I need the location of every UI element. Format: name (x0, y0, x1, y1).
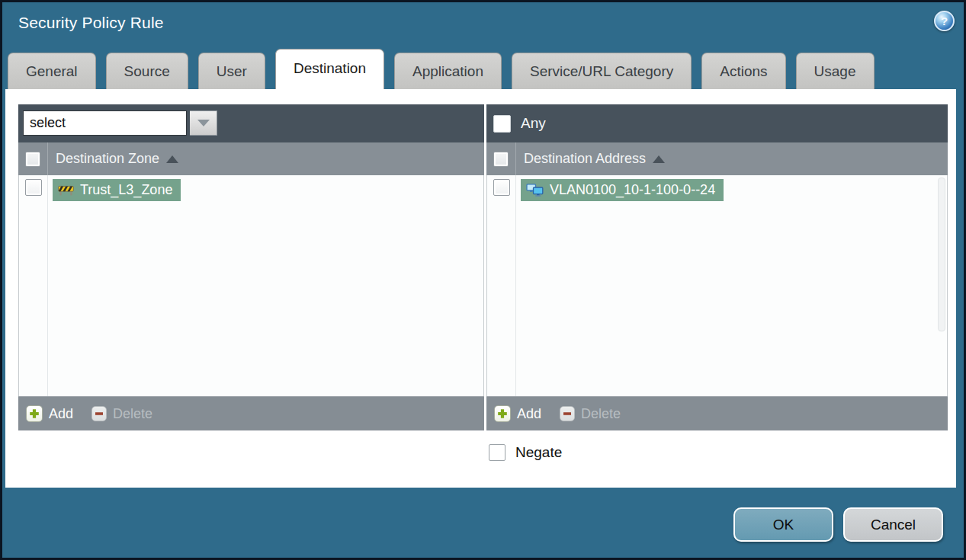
ok-button[interactable]: OK (733, 507, 833, 542)
zone-filter-dropdown-button[interactable] (190, 110, 217, 136)
negate-label: Negate (515, 444, 562, 461)
tab-general[interactable]: General (8, 53, 96, 89)
tab-user[interactable]: User (198, 53, 265, 89)
tab-actions[interactable]: Actions (701, 53, 785, 89)
zone-delete-label: Delete (113, 406, 152, 422)
address-delete-label: Delete (581, 406, 621, 422)
address-column-header[interactable]: Destination Address (524, 151, 646, 167)
negate-checkbox[interactable] (489, 444, 505, 461)
tab-service-url-category[interactable]: Service/URL Category (512, 53, 692, 89)
negate-row: Negate (489, 444, 562, 461)
zone-row[interactable]: Trust_L3_Zone (19, 175, 483, 206)
zone-column-header[interactable]: Destination Zone (56, 151, 159, 167)
zone-header-checkbox-cell (18, 142, 48, 175)
address-row-checkbox[interactable] (493, 179, 510, 196)
zone-add-button[interactable]: Add (26, 405, 73, 422)
tab-source[interactable]: Source (106, 53, 188, 89)
zone-list: Trust_L3_Zone (18, 175, 484, 396)
zone-icon (58, 184, 74, 196)
address-icon (526, 184, 544, 197)
zone-row-label: Trust_L3_Zone (80, 182, 172, 198)
zone-toolbar: Add Delete (18, 396, 484, 430)
tab-bar: General Source User Destination Applicat… (8, 49, 875, 89)
sort-asc-icon (166, 155, 178, 163)
tab-application[interactable]: Application (394, 53, 502, 89)
cancel-button[interactable]: Cancel (843, 507, 943, 542)
any-checkbox[interactable] (493, 115, 511, 133)
address-delete-button[interactable]: Delete (560, 406, 621, 422)
zone-delete-button[interactable]: Delete (91, 406, 152, 422)
destination-zone-panel: Destination Zone (18, 104, 484, 430)
address-add-label: Add (517, 406, 541, 422)
destination-address-panel: Any Destination Address (486, 104, 948, 430)
address-header-checkbox-cell (486, 142, 516, 175)
minus-icon (91, 406, 107, 421)
address-row[interactable]: VLAN0100_10-1-100-0--24 (487, 175, 947, 206)
zone-filter-bar (18, 104, 484, 142)
address-row-label: VLAN0100_10-1-100-0--24 (550, 182, 715, 198)
address-table-header: Destination Address (486, 142, 948, 175)
zone-row-checkbox[interactable] (25, 179, 42, 196)
zone-table-header: Destination Zone (18, 142, 484, 175)
destination-tab-content: Destination Zone (5, 89, 956, 488)
zone-tag[interactable]: Trust_L3_Zone (53, 179, 181, 201)
any-label: Any (521, 115, 546, 132)
help-icon[interactable]: ? (934, 11, 955, 31)
minus-icon (560, 406, 575, 421)
address-select-all-checkbox[interactable] (493, 152, 509, 167)
dialog-title: Security Policy Rule (18, 14, 164, 32)
security-policy-rule-dialog: Security Policy Rule ? General Source Us… (0, 0, 966, 560)
vertical-scrollbar[interactable] (938, 178, 945, 331)
question-mark-glyph: ? (941, 14, 948, 27)
plus-icon (26, 405, 43, 422)
plus-icon (494, 405, 511, 422)
address-add-button[interactable]: Add (494, 405, 541, 422)
tab-destination[interactable]: Destination (275, 49, 384, 89)
sort-asc-icon (653, 155, 665, 163)
chevron-down-icon (197, 120, 210, 126)
zone-select-all-checkbox[interactable] (25, 152, 40, 167)
address-list: VLAN0100_10-1-100-0--24 (486, 175, 948, 396)
address-tag[interactable]: VLAN0100_10-1-100-0--24 (521, 179, 724, 201)
any-bar: Any (486, 104, 948, 142)
dialog-footer: OK Cancel (2, 488, 964, 558)
tab-usage[interactable]: Usage (796, 53, 875, 89)
zone-add-label: Add (49, 406, 73, 422)
address-toolbar: Add Delete (486, 396, 948, 430)
zone-filter-select[interactable] (23, 110, 187, 136)
